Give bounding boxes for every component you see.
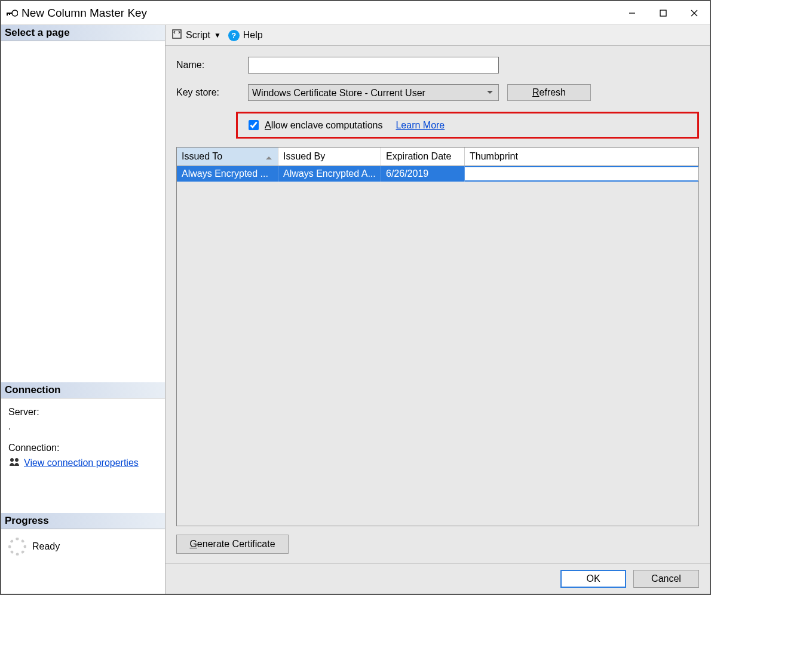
name-input[interactable] xyxy=(248,57,499,73)
main-body: Name: Key store: Windows Certificate Sto… xyxy=(165,46,710,563)
page-list xyxy=(1,41,165,382)
keystore-label: Key store: xyxy=(176,87,248,98)
help-button[interactable]: Help xyxy=(243,30,263,41)
refresh-button[interactable]: Refresh xyxy=(507,84,591,101)
learn-more-link[interactable]: Learn More xyxy=(396,120,445,131)
sort-asc-icon xyxy=(266,154,272,159)
content: Select a page Connection Server: . Conne… xyxy=(1,25,710,594)
certificates-grid[interactable]: Issued To Issued By Expiration Date Thum… xyxy=(176,147,699,526)
script-icon xyxy=(171,29,182,42)
server-label: Server: xyxy=(8,407,158,418)
progress-status: Ready xyxy=(32,541,60,552)
keystore-select[interactable]: Windows Certificate Store - Current User xyxy=(248,84,499,101)
toolbar: Script ▼ ? Help xyxy=(165,25,710,46)
ok-button[interactable]: OK xyxy=(560,570,626,588)
footer: OK Cancel xyxy=(165,563,710,594)
script-caret-icon[interactable]: ▼ xyxy=(214,31,221,39)
select-page-head: Select a page xyxy=(1,25,165,41)
cancel-button[interactable]: Cancel xyxy=(633,570,699,588)
enclave-highlight: Allow enclave computations Learn More xyxy=(236,112,699,139)
col-thumbprint[interactable]: Thumbprint xyxy=(465,148,698,165)
grid-header: Issued To Issued By Expiration Date Thum… xyxy=(177,148,698,166)
view-connection-properties-link[interactable]: View connection properties xyxy=(24,458,139,468)
svg-rect-2 xyxy=(7,13,8,16)
progress-head: Progress xyxy=(1,513,165,529)
server-value: . xyxy=(8,421,158,432)
name-label: Name: xyxy=(176,60,248,70)
dialog-window: New Column Master Key Select a page Conn… xyxy=(0,0,711,595)
svg-point-9 xyxy=(15,458,19,462)
col-issued-to[interactable]: Issued To xyxy=(177,148,278,165)
svg-point-8 xyxy=(10,458,14,462)
generate-certificate-button[interactable]: Generate Certificate xyxy=(176,535,289,554)
svg-rect-3 xyxy=(9,13,10,15)
svg-rect-5 xyxy=(660,10,666,16)
svg-rect-10 xyxy=(173,30,181,38)
script-button[interactable]: Script xyxy=(186,30,210,41)
cell-issued-to: Always Encrypted ... xyxy=(177,166,278,182)
connection-body: Server: . Connection: View connection pr… xyxy=(1,398,165,477)
sidebar: Select a page Connection Server: . Conne… xyxy=(1,25,165,594)
enclave-checkbox[interactable] xyxy=(249,120,259,130)
progress-body: Ready xyxy=(1,529,165,564)
help-icon: ? xyxy=(228,30,240,41)
cell-expiration: 6/26/2019 xyxy=(381,166,465,182)
col-expiration[interactable]: Expiration Date xyxy=(381,148,465,165)
cell-issued-by: Always Encrypted A... xyxy=(278,166,381,182)
minimize-button[interactable] xyxy=(617,2,648,24)
close-button[interactable] xyxy=(679,2,710,24)
enclave-label[interactable]: Allow enclave computations xyxy=(246,118,382,132)
people-icon xyxy=(8,457,20,469)
maximize-button[interactable] xyxy=(648,2,679,24)
titlebar: New Column Master Key xyxy=(1,1,710,25)
spinner-icon xyxy=(8,538,26,556)
connection-head: Connection xyxy=(1,382,165,398)
svg-point-0 xyxy=(12,10,18,16)
table-row[interactable]: Always Encrypted ... Always Encrypted A.… xyxy=(177,166,698,182)
window-title: New Column Master Key xyxy=(22,7,147,20)
connection-label: Connection: xyxy=(8,443,158,453)
refresh-rest: efresh xyxy=(540,87,566,97)
window-controls xyxy=(617,2,710,24)
col-issued-by[interactable]: Issued By xyxy=(278,148,381,165)
main-panel: Script ▼ ? Help Name: Key store: Windows… xyxy=(165,25,710,594)
cell-thumbprint xyxy=(465,166,698,182)
key-icon xyxy=(6,9,18,17)
